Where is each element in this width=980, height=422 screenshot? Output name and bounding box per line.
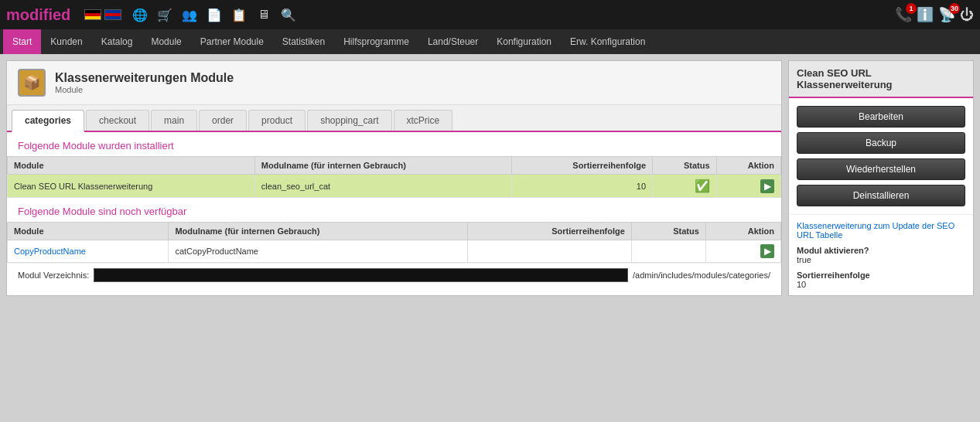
nav-item-module[interactable]: Module: [142, 29, 190, 54]
tab-checkout[interactable]: checkout: [86, 110, 149, 131]
tab-categories[interactable]: categories: [12, 110, 84, 132]
table-row: CopyProductName catCopyProductName ▶: [8, 240, 781, 263]
installed-col-sort: Sortierreihenfolge: [512, 157, 653, 175]
tab-main[interactable]: main: [151, 110, 197, 131]
nav-item-hilfsprogramme[interactable]: Hilfsprogramme: [334, 29, 418, 54]
available-row-status: [631, 240, 705, 263]
breadcrumb: Module: [55, 85, 234, 94]
globe-icon[interactable]: 🌐: [131, 5, 149, 24]
available-col-module: Module: [8, 223, 169, 240]
modul-path-suffix: /admin/includes/modules/categories/: [633, 271, 770, 280]
sidebar-info: Klassenerweiterung zum Update der SEO UR…: [789, 214, 973, 295]
page-header-icon: 📦: [18, 69, 46, 97]
tab-product[interactable]: product: [248, 110, 306, 131]
status-active-icon: ✅: [695, 179, 710, 192]
bearbeiten-button[interactable]: Bearbeiten: [797, 106, 965, 128]
sidebar-info-link[interactable]: Klassenerweiterung zum Update der SEO UR…: [797, 221, 954, 240]
flag-en-icon[interactable]: [104, 9, 121, 20]
tab-shopping-cart[interactable]: shopping_cart: [307, 110, 391, 131]
top-icons: 🌐 🛒 👥 📄 📋 🖥 🔍: [131, 5, 298, 24]
topbar: modified 🌐 🛒 👥 📄 📋 🖥 🔍 📞 1 ℹ️ 📡 30 ⏻: [0, 0, 980, 29]
logo: modified: [6, 6, 70, 24]
table-row: Clean SEO URL Klassenerweiterung clean_s…: [8, 175, 781, 198]
nav-item-partner-module[interactable]: Partner Module: [191, 29, 273, 54]
page-header: 📦 Klassenerweiterungen Module Module: [7, 61, 781, 105]
server-icon[interactable]: 🖥: [254, 5, 273, 24]
modul-verzeichnis-row: Modul Verzeichnis: /admin/includes/modul…: [7, 263, 781, 287]
search-icon[interactable]: 🔍: [279, 5, 298, 24]
nav-item-start[interactable]: Start: [3, 29, 41, 54]
nav-item-statistiken[interactable]: Statistiken: [273, 29, 334, 54]
users-icon[interactable]: 👥: [180, 5, 199, 24]
sortierreihenfolge-value: 10: [797, 280, 965, 289]
available-row-sort: [468, 240, 632, 263]
sidebar-header: Clean SEO URL Klassenerweiterung: [789, 61, 973, 98]
power-icon[interactable]: ⏻: [960, 7, 974, 23]
nav-item-kunden[interactable]: Kunden: [41, 29, 91, 54]
available-row-module: CopyProductName: [8, 240, 169, 263]
installed-col-status: Status: [653, 157, 716, 175]
main-wrapper: 📦 Klassenerweiterungen Module Module cat…: [0, 54, 980, 302]
info-icon[interactable]: ℹ️: [917, 6, 934, 23]
phone-badge-icon[interactable]: 📞 1: [895, 6, 912, 23]
available-section-title: Folgende Module sind noch verfügbar: [7, 198, 781, 222]
modul-verzeichnis-label: Modul Verzeichnis:: [18, 271, 89, 280]
modul-aktivieren-value: true: [797, 255, 965, 264]
navbar: Start Kunden Katalog Module Partner Modu…: [0, 29, 980, 54]
backup-button[interactable]: Backup: [797, 132, 965, 154]
nav-item-konfiguration[interactable]: Konfiguration: [487, 29, 561, 54]
available-col-action: Aktion: [705, 223, 780, 240]
available-row-module-link[interactable]: CopyProductName: [14, 247, 86, 256]
available-row-modulename: catCopyProductName: [169, 240, 468, 263]
cart-icon[interactable]: 🛒: [155, 5, 174, 24]
available-col-status: Status: [631, 223, 705, 240]
page-title: Klassenerweiterungen Module: [55, 71, 234, 85]
nav-item-land-steuer[interactable]: Land/Steuer: [418, 29, 487, 54]
available-col-modulename: Modulname (für internen Gebrauch): [169, 223, 468, 240]
top-right: 📞 1 ℹ️ 📡 30 ⏻: [895, 6, 974, 23]
phone-badge-count: 1: [906, 3, 917, 14]
sidebar: Clean SEO URL Klassenerweiterung Bearbei…: [788, 60, 974, 296]
copy-icon[interactable]: 📋: [230, 5, 248, 24]
logo-suffix: fied: [43, 6, 71, 23]
rss-badge-icon[interactable]: 📡 30: [938, 6, 955, 23]
installed-row-module: Clean SEO URL Klassenerweiterung: [8, 175, 255, 198]
page-icon[interactable]: 📄: [205, 5, 224, 24]
installed-col-modulename: Modulname (für internen Gebrauch): [254, 157, 511, 175]
language-flags: [84, 9, 121, 20]
sidebar-buttons: Bearbeiten Backup Wiederherstellen Deins…: [789, 98, 973, 214]
action-arrow-icon[interactable]: ▶: [760, 179, 774, 193]
installed-section-title: Folgende Module wurden installiert: [7, 132, 781, 156]
modul-path-input[interactable]: [94, 268, 628, 282]
available-table: Module Modulname (für internen Gebrauch)…: [7, 222, 781, 263]
wiederherstellen-button[interactable]: Wiederherstellen: [797, 158, 965, 180]
available-row-action[interactable]: ▶: [705, 240, 780, 263]
page-header-text: Klassenerweiterungen Module Module: [55, 71, 234, 94]
installed-table: Module Modulname (für internen Gebrauch)…: [7, 156, 781, 198]
logo-prefix: mod: [6, 6, 39, 23]
installed-row-modulename: clean_seo_url_cat: [254, 175, 511, 198]
tab-order[interactable]: order: [199, 110, 247, 131]
sortierreihenfolge-label: Sortierreihenfolge: [797, 271, 965, 280]
installed-col-module: Module: [8, 157, 255, 175]
rss-badge-count: 30: [949, 3, 960, 14]
nav-item-erw-konfiguration[interactable]: Erw. Konfiguration: [561, 29, 654, 54]
installed-row-status: ✅: [653, 175, 716, 198]
installed-col-action: Aktion: [716, 157, 780, 175]
modul-aktivieren-label: Modul aktivieren?: [797, 246, 965, 255]
available-action-arrow-icon[interactable]: ▶: [760, 244, 774, 258]
installed-row-action[interactable]: ▶: [716, 175, 780, 198]
tab-xtcprice[interactable]: xtcPrice: [394, 110, 453, 131]
installed-row-sort: 10: [512, 175, 653, 198]
deinstallieren-button[interactable]: Deinstallieren: [797, 185, 965, 206]
content-area: 📦 Klassenerweiterungen Module Module cat…: [6, 60, 782, 296]
tabs-bar: categories checkout main order product s…: [7, 105, 781, 132]
nav-item-katalog[interactable]: Katalog: [92, 29, 142, 54]
available-col-sort: Sortierreihenfolge: [468, 223, 632, 240]
flag-de-icon[interactable]: [84, 9, 101, 20]
